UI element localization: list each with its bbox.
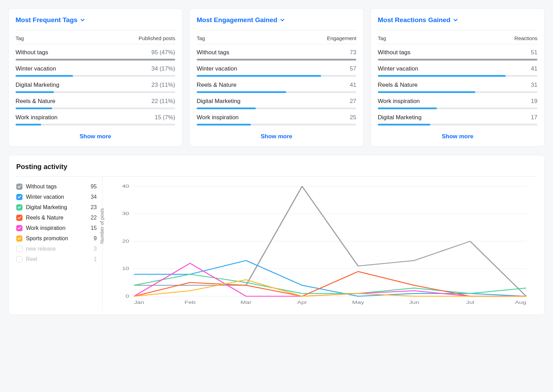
row-label: Reels & Nature xyxy=(378,82,418,88)
bar-fill xyxy=(16,124,41,125)
row-value: 73 xyxy=(350,49,356,56)
legend-checkbox[interactable] xyxy=(16,184,22,190)
col-left-label: Tag xyxy=(197,35,205,41)
row-label: Work inspiration xyxy=(16,114,58,121)
bar-track xyxy=(378,124,537,125)
row-value: 15 (7%) xyxy=(154,114,175,121)
row-label: Work inspiration xyxy=(378,98,420,105)
legend-label: Winter vacation xyxy=(26,194,87,200)
chevron-down-icon xyxy=(279,17,285,23)
list-item: Digital Marketing23 (11%) xyxy=(16,77,175,93)
tag-card: Most Engagement GainedTagEngagementWitho… xyxy=(189,8,364,147)
svg-text:10: 10 xyxy=(122,266,129,271)
legend-item[interactable]: Without tags95 xyxy=(16,181,97,192)
legend-checkbox[interactable] xyxy=(16,256,22,262)
list-item: Winter vacation34 (17%) xyxy=(16,60,175,77)
row-label: Without tags xyxy=(16,49,48,56)
row-value: 34 (17%) xyxy=(151,65,175,72)
legend-label: new release xyxy=(26,246,90,252)
legend-label: Sports promotion xyxy=(26,235,90,242)
list-item: Without tags95 (47%) xyxy=(16,44,175,60)
show-more-button[interactable]: Show more xyxy=(378,133,537,140)
legend-item[interactable]: Work inspiration15 xyxy=(16,223,97,233)
col-right-label: Published posts xyxy=(139,35,175,41)
card-title[interactable]: Most Reactions Gained xyxy=(378,16,537,30)
row-value: 95 (47%) xyxy=(151,49,175,56)
row-label: Work inspiration xyxy=(197,114,239,121)
row-value: 25 xyxy=(350,114,356,121)
legend-value: 9 xyxy=(94,235,97,242)
show-more-button[interactable]: Show more xyxy=(197,133,356,140)
legend-label: Reel xyxy=(26,256,90,262)
legend-value: 22 xyxy=(91,215,97,221)
legend-item[interactable]: Reels & Nature22 xyxy=(16,213,97,223)
row-value: 17 xyxy=(531,114,537,121)
row-value: 51 xyxy=(531,49,537,56)
card-table-head: TagEngagement xyxy=(197,30,356,44)
svg-text:Aug: Aug xyxy=(515,300,526,305)
list-item: Winter vacation57 xyxy=(197,60,356,77)
list-item: Winter vacation41 xyxy=(378,60,537,77)
card-title[interactable]: Most Frequent Tags xyxy=(16,16,175,30)
card-title[interactable]: Most Engagement Gained xyxy=(197,16,356,30)
svg-text:Feb: Feb xyxy=(185,300,196,305)
row-value: 31 xyxy=(531,82,537,88)
legend-value: 23 xyxy=(91,204,97,211)
row-label: Digital Marketing xyxy=(16,82,59,88)
col-right-label: Engagement xyxy=(327,35,356,41)
list-item: Digital Marketing27 xyxy=(197,93,356,109)
row-value: 41 xyxy=(350,82,356,88)
legend-value: 3 xyxy=(94,246,97,252)
posting-activity-title: Posting activity xyxy=(16,163,537,177)
row-label: Without tags xyxy=(197,49,229,56)
bar-track xyxy=(16,124,175,125)
legend-checkbox[interactable] xyxy=(16,215,22,221)
row-value: 23 (11%) xyxy=(151,82,175,88)
legend-value: 15 xyxy=(91,225,97,231)
legend-checkbox[interactable] xyxy=(16,235,22,242)
legend-label: Reels & Nature xyxy=(26,215,87,221)
bar-track xyxy=(197,124,356,125)
svg-text:Apr: Apr xyxy=(297,300,307,305)
legend-item[interactable]: Sports promotion9 xyxy=(16,233,97,244)
row-value: 57 xyxy=(350,65,356,72)
legend-checkbox[interactable] xyxy=(16,225,22,231)
legend-item[interactable]: Reel1 xyxy=(16,254,97,264)
bar-fill xyxy=(197,124,251,125)
row-label: Without tags xyxy=(378,49,411,56)
card-table-head: TagReactions xyxy=(378,30,537,44)
legend-item[interactable]: new release3 xyxy=(16,244,97,254)
legend-value: 34 xyxy=(91,194,97,200)
svg-text:20: 20 xyxy=(122,239,129,244)
legend-item[interactable]: Digital Marketing23 xyxy=(16,202,97,213)
list-item: Reels & Nature41 xyxy=(197,77,356,93)
svg-text:30: 30 xyxy=(122,211,129,216)
legend-item[interactable]: Winter vacation34 xyxy=(16,192,97,202)
chart-series xyxy=(134,261,526,296)
list-item: Reels & Nature31 xyxy=(378,77,537,93)
chevron-down-icon xyxy=(79,17,86,23)
list-item: Work inspiration19 xyxy=(378,93,537,109)
list-item: Work inspiration15 (7%) xyxy=(16,109,175,125)
row-label: Reels & Nature xyxy=(16,98,55,105)
legend-checkbox[interactable] xyxy=(16,204,22,211)
row-label: Digital Marketing xyxy=(378,114,422,121)
bar-fill xyxy=(378,124,430,125)
row-label: Winter vacation xyxy=(378,65,418,72)
row-label: Winter vacation xyxy=(16,65,56,72)
legend-value: 95 xyxy=(91,184,97,190)
card-title-text: Most Frequent Tags xyxy=(16,16,77,24)
legend-checkbox[interactable] xyxy=(16,194,22,200)
posting-chart: 010203040JanFebMarAprMayJunJulAug xyxy=(105,182,534,307)
svg-text:Mar: Mar xyxy=(241,300,252,305)
legend-label: Work inspiration xyxy=(26,225,87,231)
chart-series xyxy=(134,263,526,296)
card-table-head: TagPublished posts xyxy=(16,30,175,44)
card-title-text: Most Reactions Gained xyxy=(378,16,450,24)
show-more-button[interactable]: Show more xyxy=(16,133,175,140)
row-value: 41 xyxy=(531,65,537,72)
legend-checkbox[interactable] xyxy=(16,246,22,252)
list-item: Digital Marketing17 xyxy=(378,109,537,125)
svg-text:Jan: Jan xyxy=(134,300,144,305)
legend-label: Without tags xyxy=(26,184,87,190)
